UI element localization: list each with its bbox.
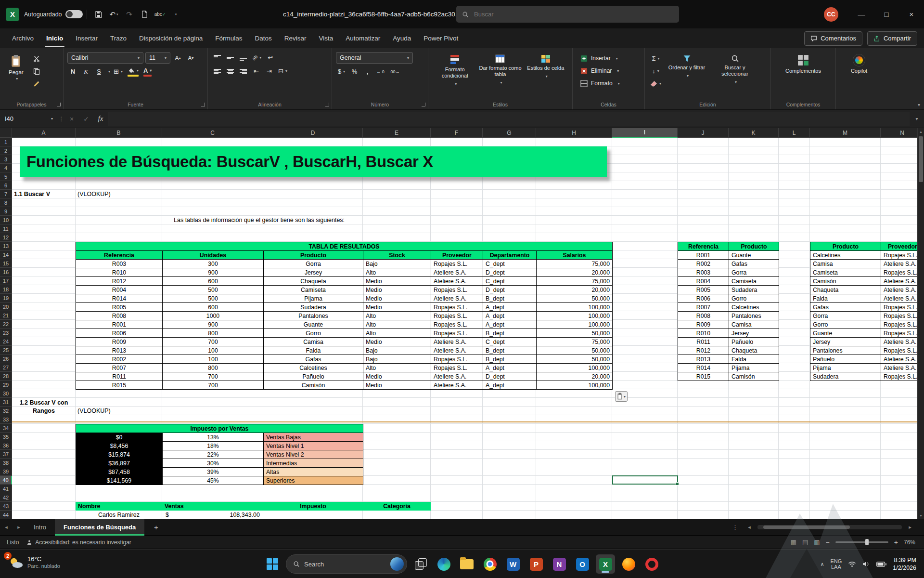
column-header-G[interactable]: G — [483, 128, 536, 138]
cell[interactable]: Medio — [363, 303, 431, 312]
cell[interactable]: R004 — [76, 286, 163, 294]
row-header-39[interactable]: 39 — [0, 467, 12, 476]
cell[interactable]: Medio — [363, 372, 431, 381]
cell[interactable]: Gorro — [729, 294, 779, 303]
cell[interactable]: Ropajes S.L. — [431, 260, 483, 268]
copilot-button[interactable]: Copilot — [840, 52, 878, 77]
comma-format-icon[interactable]: , — [362, 66, 373, 77]
row-header-1[interactable]: 1 — [0, 138, 12, 146]
cell[interactable]: 700 — [163, 381, 264, 390]
volume-icon[interactable] — [862, 561, 870, 567]
onenote-button[interactable]: N — [550, 554, 569, 574]
cell[interactable]: Camisón — [264, 381, 363, 390]
cell[interactable]: 800 — [163, 329, 264, 338]
cell[interactable]: 50,000 — [537, 329, 613, 338]
cell[interactable]: Camisón — [729, 372, 779, 381]
cell[interactable]: 800 — [163, 364, 264, 372]
cell[interactable]: Producto — [729, 242, 779, 251]
outlook-button[interactable]: O — [573, 554, 592, 574]
cell[interactable]: Pijama — [729, 364, 779, 372]
cell-styles-button[interactable]: Estilos de celda ▾ — [523, 52, 568, 82]
cell[interactable]: Pañuelo — [810, 355, 881, 364]
row-header-12[interactable]: 12 — [0, 233, 12, 242]
select-all-corner[interactable] — [0, 128, 12, 138]
spelling-icon[interactable]: abc✓ — [153, 7, 167, 22]
cell[interactable]: 900 — [163, 268, 264, 277]
row-header-44[interactable]: 44 — [0, 511, 12, 519]
zoom-slider-thumb[interactable] — [865, 539, 869, 545]
clock[interactable]: 8:39 PM 1/2/2026 — [893, 556, 916, 572]
firefox-button[interactable] — [619, 554, 638, 574]
sheet-tab-intro[interactable]: Intro — [25, 519, 55, 536]
cell[interactable]: Camiseta — [810, 268, 881, 277]
wrap-text-icon[interactable]: ↩ — [265, 52, 276, 63]
cell[interactable]: Gorra — [264, 260, 363, 268]
cell[interactable]: 300 — [163, 260, 264, 268]
row-header-14[interactable]: 14 — [0, 250, 12, 259]
cell[interactable]: R006 — [678, 294, 729, 303]
row-header-33[interactable]: 33 — [0, 415, 12, 424]
titlebar-search[interactable] — [456, 6, 679, 23]
cell[interactable]: R009 — [678, 320, 729, 329]
row-header-6[interactable]: 6 — [0, 181, 12, 190]
sheet-tab-funciones[interactable]: Funciones de Búsqueda — [55, 519, 144, 536]
tab-insertar[interactable]: Insertar — [69, 28, 104, 48]
cell[interactable]: Unidades — [163, 251, 264, 260]
cell[interactable]: A_dept — [483, 312, 537, 320]
underline-button[interactable]: S — [93, 66, 104, 77]
row-header-7[interactable]: 7 — [0, 190, 12, 198]
cell[interactable]: R003 — [76, 260, 163, 268]
tab-trazo[interactable]: Trazo — [104, 28, 133, 48]
cell[interactable]: 100,000 — [537, 364, 613, 372]
document-title[interactable]: c14_intermedio-platzi_36ca6f58-6ffb-4aa7… — [283, 0, 469, 28]
tab-disposicion[interactable]: Disposición de página — [133, 28, 209, 48]
column-header-M[interactable]: M — [810, 128, 881, 138]
cell[interactable]: 50,000 — [537, 355, 613, 364]
cell[interactable]: TABLA DE RESULTADOS — [76, 242, 613, 251]
cell[interactable]: R001 — [678, 251, 729, 260]
powerpoint-button[interactable]: P — [526, 554, 546, 574]
cell[interactable]: Camisa — [729, 320, 779, 329]
cell[interactable]: R013 — [76, 346, 163, 355]
cell[interactable]: R008 — [678, 312, 729, 320]
sort-filter-button[interactable]: Ordenar y filtrar ▾ — [663, 52, 711, 81]
cell[interactable]: R013 — [678, 355, 729, 364]
cell[interactable]: Bajo — [363, 260, 431, 268]
cell[interactable]: Referencia — [76, 251, 163, 260]
cell[interactable]: Ropajes S.L. — [431, 329, 483, 338]
align-middle-icon[interactable] — [225, 52, 236, 63]
accessibility-status[interactable]: Accesibilidad: es necesario investigar — [26, 539, 131, 546]
share-button[interactable]: Compartir — [867, 31, 917, 46]
cell[interactable]: 39% — [163, 468, 264, 476]
italic-button[interactable]: K — [80, 66, 91, 77]
cell[interactable]: Gorra — [810, 312, 881, 320]
row-header-32[interactable]: 32 — [0, 407, 12, 415]
row-header-28[interactable]: 28 — [0, 372, 12, 381]
row-header-40[interactable]: 40 — [0, 476, 12, 485]
cell[interactable]: Referencia — [678, 242, 729, 251]
cell[interactable]: D_dept — [483, 372, 537, 381]
autosave-toggle[interactable] — [65, 10, 83, 18]
cell[interactable]: R011 — [76, 372, 163, 381]
cell[interactable]: Guante — [729, 251, 779, 260]
clipboard-dialog-launcher[interactable] — [57, 103, 61, 106]
borders-icon[interactable]: ⊞▾ — [112, 66, 124, 77]
cell[interactable]: 50,000 — [537, 294, 613, 303]
scroll-down-icon[interactable]: ▾ — [920, 512, 922, 519]
cell[interactable]: R012 — [76, 277, 163, 286]
clear-icon[interactable]: ▾ — [649, 78, 663, 89]
cell[interactable]: Medio — [363, 338, 431, 346]
cell[interactable]: Nombre — [76, 502, 162, 511]
row-header-25[interactable]: 25 — [0, 346, 12, 355]
sheet-options-icon[interactable]: ⋮ — [727, 524, 743, 531]
weather-widget[interactable]: 2 16°C Parc. nublado — [5, 553, 64, 572]
cell[interactable]: Medio — [363, 381, 431, 390]
row-header-2[interactable]: 2 — [0, 146, 12, 155]
row-header-15[interactable]: 15 — [0, 259, 12, 268]
cell[interactable]: Pijama — [810, 364, 881, 372]
cell[interactable]: R003 — [678, 268, 729, 277]
redo-icon[interactable]: ↷ — [122, 7, 137, 22]
formula-input[interactable] — [108, 112, 910, 126]
cell[interactable]: Pantalones — [729, 312, 779, 320]
column-header-H[interactable]: H — [536, 128, 612, 138]
